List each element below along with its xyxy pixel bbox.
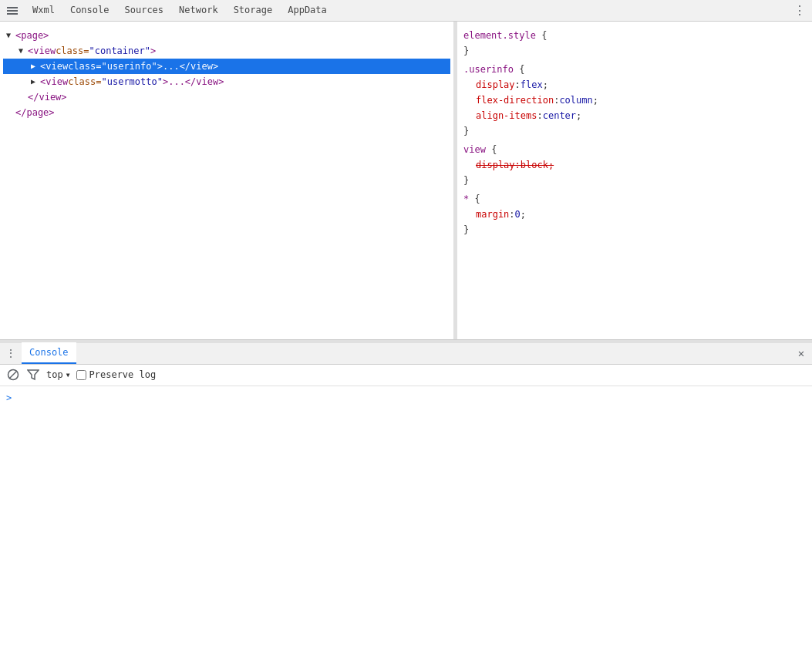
filter-icon[interactable]: [26, 368, 40, 382]
tree-line[interactable]: <view class="container">: [3, 43, 450, 59]
menu-icon[interactable]: [3, 2, 22, 20]
css-property-line: display:flex;: [463, 77, 806, 93]
prompt-arrow-icon: >: [6, 392, 12, 403]
attr-value: "usermotto": [101, 74, 162, 89]
console-body[interactable]: >: [0, 386, 812, 661]
preserve-log-label[interactable]: Preserve log: [76, 369, 157, 380]
attr-value: "container": [89, 43, 150, 59]
css-property: display: [476, 79, 515, 90]
css-selector-line: element.style {: [463, 28, 806, 43]
css-value: center: [543, 110, 576, 121]
triangle-icon[interactable]: [19, 43, 28, 59]
css-block-star: * { margin:0; }: [463, 191, 806, 237]
dropdown-arrow-icon: ▼: [66, 372, 70, 379]
css-brace-close: }: [463, 173, 806, 188]
triangle-icon[interactable]: [6, 28, 15, 43]
css-selector-line: .userinfo {: [463, 62, 806, 77]
tree-line[interactable]: <view class="usermotto">...</view>: [3, 74, 450, 89]
css-brace: {: [474, 194, 480, 204]
svg-line-1: [9, 371, 17, 379]
tag-close: >...</view>: [163, 74, 224, 89]
css-value: flex: [521, 79, 543, 90]
css-property: margin: [476, 209, 509, 220]
css-property: align-items: [476, 110, 537, 121]
tag-close: >...</view>: [157, 59, 218, 74]
console-toolbar: top ▼ Preserve log: [0, 365, 812, 386]
css-selector-line: * {: [463, 191, 806, 207]
panels-area: <page> <view class="container"> <view cl…: [0, 22, 812, 340]
close-console-icon[interactable]: ✕: [793, 345, 809, 361]
css-panel: element.style { } .userinfo { display:fl…: [457, 22, 812, 339]
attr-name: class=: [68, 74, 101, 89]
attr-value: "userinfo": [101, 59, 157, 74]
console-tab-bar: ⋮ Console ✕: [0, 343, 812, 365]
css-property-line: margin:0;: [463, 207, 806, 222]
tab-storage[interactable]: Storage: [226, 0, 281, 22]
css-value: column: [559, 95, 592, 106]
attr-name: class=: [56, 43, 89, 59]
top-nav-bar: Wxml Console Sources Network Storage App…: [0, 0, 812, 22]
tag-text: <page>: [15, 28, 49, 43]
css-property-line: align-items:center;: [463, 108, 806, 123]
tab-wxml[interactable]: Wxml: [25, 0, 62, 22]
triangle-icon[interactable]: [31, 74, 40, 89]
tree-line[interactable]: </page>: [3, 105, 450, 120]
css-brace-close: }: [463, 123, 806, 139]
css-property-strikethrough: display:block;: [476, 160, 554, 170]
tag-close: >: [150, 43, 156, 59]
console-prompt[interactable]: >: [6, 392, 806, 403]
css-brace: {: [519, 64, 524, 75]
more-options-icon[interactable]: ⋮: [790, 2, 809, 20]
css-brace-close: }: [463, 43, 806, 59]
css-block-element-style: element.style { }: [463, 28, 806, 59]
tree-line-selected[interactable]: <view class="userinfo">...</view>: [3, 59, 450, 74]
tag-text: <view: [40, 74, 68, 89]
css-selector: view: [463, 144, 486, 155]
triangle-icon[interactable]: [31, 59, 40, 74]
top-filter-dropdown[interactable]: top ▼: [46, 369, 70, 380]
css-property: flex-direction: [476, 95, 554, 106]
tag-text: </view>: [28, 89, 67, 105]
top-filter-label: top: [46, 369, 63, 380]
svg-marker-2: [28, 370, 39, 379]
tag-text: </page>: [15, 105, 55, 120]
preserve-log-checkbox[interactable]: [76, 370, 86, 380]
tab-console-active[interactable]: Console: [22, 342, 76, 364]
tag-text: <view: [28, 43, 56, 59]
css-block-view: view { display:block; }: [463, 142, 806, 188]
css-selector: element.style: [463, 30, 536, 41]
css-property-line: display:block;: [463, 157, 806, 173]
css-brace: {: [491, 144, 497, 155]
tag-text: <view: [40, 59, 68, 74]
css-selector-line: view {: [463, 142, 806, 157]
css-brace-close: }: [463, 222, 806, 237]
tree-line[interactable]: <page>: [3, 28, 450, 43]
css-brace: {: [541, 30, 547, 41]
css-block-userinfo: .userinfo { display:flex; flex-direction…: [463, 62, 806, 139]
preserve-log-text: Preserve log: [89, 369, 157, 380]
console-menu-icon[interactable]: ⋮: [3, 345, 19, 361]
tree-line[interactable]: </view>: [3, 89, 450, 105]
tab-appdata[interactable]: AppData: [280, 0, 335, 22]
tab-network[interactable]: Network: [171, 0, 226, 22]
devtools-body: <page> <view class="container"> <view cl…: [0, 22, 812, 660]
tab-console[interactable]: Console: [62, 0, 117, 22]
css-selector: .userinfo: [463, 64, 514, 75]
html-panel[interactable]: <page> <view class="container"> <view cl…: [0, 22, 454, 339]
clear-console-icon[interactable]: [6, 368, 20, 382]
css-value: 0: [515, 209, 521, 220]
css-selector: *: [463, 194, 469, 204]
css-property-line: flex-direction:column;: [463, 93, 806, 108]
console-area: ⋮ Console ✕ top ▼: [0, 343, 812, 661]
attr-name: class=: [68, 59, 101, 74]
tab-sources[interactable]: Sources: [116, 0, 171, 22]
